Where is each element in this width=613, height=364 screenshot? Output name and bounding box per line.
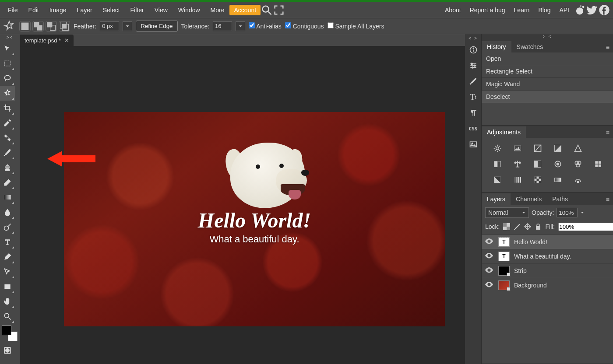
panel-menu-icon[interactable]: ≡ (606, 129, 609, 136)
adj-invert-icon[interactable] (491, 175, 504, 185)
adj-gradient-map-icon[interactable] (552, 175, 564, 185)
visibility-icon[interactable] (485, 282, 494, 289)
menu-window[interactable]: Window (173, 4, 205, 16)
layer-row[interactable]: Background (482, 278, 613, 292)
visibility-icon[interactable] (485, 253, 494, 260)
history-item[interactable]: Open (482, 52, 613, 65)
search-icon[interactable] (261, 4, 273, 16)
opacity-dropdown[interactable] (580, 209, 585, 216)
tolerance-dropdown[interactable] (236, 21, 245, 31)
character-panel-icon[interactable]: Tt (467, 89, 480, 105)
contiguous-checkbox[interactable] (285, 22, 291, 28)
tool-quick-mask[interactable] (0, 343, 15, 358)
tool-rect-select[interactable] (0, 56, 15, 71)
visibility-icon[interactable] (485, 267, 494, 274)
sample-all-option[interactable]: Sample All Layers (328, 22, 384, 30)
fullscreen-icon[interactable] (273, 4, 285, 16)
layer-row[interactable]: T Hello World! (482, 234, 613, 249)
adj-bw-icon[interactable] (532, 159, 544, 169)
tool-eraser[interactable] (0, 175, 15, 190)
link-about[interactable]: About (440, 4, 465, 16)
tool-hand[interactable] (0, 294, 15, 309)
tool-path-select[interactable] (0, 264, 15, 279)
link-api[interactable]: API (555, 4, 574, 16)
tool-blur[interactable] (0, 205, 15, 220)
tab-history[interactable]: History (482, 41, 511, 52)
tab-channels[interactable]: Channels (511, 193, 547, 205)
opacity-input[interactable] (557, 208, 578, 217)
link-learn[interactable]: Learn (510, 4, 534, 16)
contiguous-option[interactable]: Contiguous (285, 22, 324, 30)
canvas[interactable]: Hello World! What a beautiful day. (20, 46, 465, 364)
menu-filter[interactable]: Filter (125, 4, 149, 16)
blend-mode-select[interactable]: Normal (485, 207, 529, 218)
lock-pixels-icon[interactable] (514, 222, 521, 231)
link-report-bug[interactable]: Report a bug (465, 4, 510, 16)
adj-curves-icon[interactable] (532, 143, 544, 154)
tool-pen[interactable] (0, 249, 15, 264)
sliders-panel-icon[interactable] (467, 58, 480, 74)
history-item[interactable]: Rectangle Select (482, 65, 613, 78)
tool-move[interactable] (0, 41, 15, 56)
tool-rectangle[interactable] (0, 279, 15, 294)
adj-color-lookup-icon[interactable] (592, 159, 604, 169)
tool-type[interactable] (0, 234, 15, 249)
selection-add[interactable] (32, 21, 44, 32)
history-item[interactable]: Deselect (482, 91, 613, 103)
image-panel-icon[interactable] (467, 136, 480, 152)
brush-panel-icon[interactable] (467, 74, 480, 89)
lock-transparency-icon[interactable] (503, 222, 510, 231)
paragraph-panel-icon[interactable] (467, 105, 480, 121)
menu-view[interactable]: View (149, 4, 173, 16)
tool-crop[interactable] (0, 101, 15, 116)
lock-position-icon[interactable] (524, 222, 531, 231)
adj-levels-icon[interactable] (511, 143, 524, 154)
fill-input[interactable] (558, 223, 613, 231)
tab-layers[interactable]: Layers (482, 193, 511, 205)
tab-paths[interactable]: Paths (547, 193, 573, 205)
toolbar-collapse[interactable]: >< (0, 35, 20, 41)
tool-eyedropper[interactable] (0, 116, 15, 130)
tool-zoom[interactable] (0, 309, 15, 324)
menu-account[interactable]: Account (229, 5, 261, 15)
anti-alias-checkbox[interactable] (249, 22, 255, 28)
tool-clone-stamp[interactable] (0, 160, 15, 175)
document-tab[interactable]: template.psd * ✕ (20, 35, 74, 46)
foreground-color[interactable] (2, 326, 11, 335)
menu-file[interactable]: File (3, 4, 23, 16)
twitter-icon[interactable] (586, 4, 598, 16)
tolerance-input[interactable] (213, 21, 232, 31)
selection-new[interactable] (19, 21, 31, 32)
close-tab-icon[interactable]: ✕ (64, 37, 69, 44)
sample-all-checkbox[interactable] (328, 22, 334, 28)
tool-brush[interactable] (0, 145, 15, 160)
tool-magic-wand[interactable] (0, 86, 15, 101)
tool-lasso[interactable] (0, 71, 15, 86)
css-panel-icon[interactable]: CSS (467, 121, 480, 136)
tool-gradient[interactable] (0, 190, 15, 205)
adj-exposure-icon[interactable] (552, 143, 564, 154)
menu-layer[interactable]: Layer (72, 4, 98, 16)
menu-image[interactable]: Image (44, 4, 72, 16)
adj-photo-filter-icon[interactable] (552, 159, 564, 169)
tool-healing[interactable] (0, 130, 15, 145)
panel-menu-icon[interactable]: ≡ (606, 196, 609, 203)
panels-collapse[interactable]: > < (482, 34, 613, 40)
layer-row[interactable]: Strip (482, 263, 613, 278)
history-item[interactable]: Magic Wand (482, 78, 613, 91)
adj-hue-sat-icon[interactable] (491, 159, 504, 169)
anti-alias-option[interactable]: Anti-alias (249, 22, 282, 30)
lock-all-icon[interactable] (535, 222, 542, 231)
adj-channel-mixer-icon[interactable] (572, 159, 584, 169)
feather-dropdown[interactable] (123, 21, 132, 31)
selection-subtract[interactable] (46, 21, 57, 32)
link-blog[interactable]: Blog (534, 4, 555, 16)
panel-menu-icon[interactable]: ≡ (606, 44, 609, 51)
refine-edge-button[interactable]: Refine Edge (136, 21, 177, 32)
adj-selective-color-icon[interactable] (572, 175, 584, 185)
facebook-icon[interactable] (598, 4, 610, 16)
info-panel-icon[interactable] (467, 42, 480, 58)
menu-more[interactable]: More (205, 4, 230, 16)
adj-posterize-icon[interactable] (511, 175, 524, 185)
adj-vibrance-icon[interactable] (572, 143, 584, 154)
